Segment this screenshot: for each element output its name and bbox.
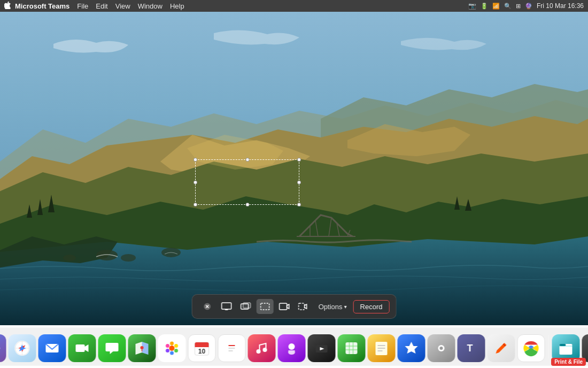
capture-screen-button[interactable] [218, 299, 235, 314]
apple-logo-icon[interactable] [4, 2, 11, 11]
dock-numbers[interactable] [338, 334, 366, 362]
handle-top-right[interactable] [297, 158, 301, 162]
svg-rect-13 [222, 303, 231, 309]
dock-maps[interactable] [128, 334, 156, 362]
control-center-icon[interactable]: ⊞ [516, 3, 521, 10]
search-icon[interactable]: 🔍 [504, 3, 512, 10]
battery-icon[interactable]: 🔋 [481, 3, 488, 10]
dock-mail[interactable] [38, 334, 66, 362]
menu-edit[interactable]: Edit [96, 2, 107, 10]
dock-system-prefs[interactable] [428, 334, 455, 362]
svg-rect-17 [243, 303, 251, 308]
dock-launchpad[interactable] [0, 334, 6, 362]
svg-rect-18 [261, 303, 269, 310]
svg-rect-48 [195, 346, 209, 347]
svg-point-42 [174, 349, 178, 352]
svg-point-9 [63, 255, 76, 261]
dock-teams[interactable]: T [458, 334, 485, 362]
menu-items: File Edit View Window Help [77, 2, 468, 10]
handle-bottom-left[interactable] [194, 203, 197, 206]
svg-point-45 [166, 344, 169, 348]
chevron-down-icon: ▾ [344, 304, 346, 310]
svg-text:T: T [467, 343, 473, 354]
dock-facetime[interactable] [68, 334, 96, 362]
svg-point-54 [257, 349, 261, 354]
dock: 🔵 10 [0, 327, 588, 366]
svg-point-38 [141, 346, 144, 349]
dock-podcasts[interactable] [278, 334, 306, 362]
capture-window-button[interactable] [237, 299, 254, 314]
record-button[interactable]: Record [353, 300, 389, 313]
svg-rect-20 [299, 303, 305, 310]
dock-separator [548, 335, 549, 358]
handle-bottom-middle[interactable] [245, 203, 249, 206]
menu-file[interactable]: File [77, 2, 88, 10]
dock-photos[interactable] [158, 334, 186, 362]
siri-icon[interactable]: 🔮 [525, 3, 532, 10]
dock-sketchbook[interactable] [488, 334, 515, 362]
options-button[interactable]: Options ▾ [314, 301, 351, 313]
handle-top-left[interactable] [194, 158, 197, 162]
print-icon[interactable]: Print & File [551, 358, 586, 366]
svg-text:10: 10 [198, 348, 206, 355]
handle-middle-left[interactable] [194, 180, 197, 184]
svg-point-55 [263, 348, 267, 352]
svg-point-40 [170, 342, 174, 346]
menu-view[interactable]: View [115, 2, 130, 10]
handle-top-middle[interactable] [245, 158, 249, 162]
svg-point-39 [169, 346, 175, 351]
close-capture-button[interactable] [199, 299, 216, 314]
svg-point-7 [121, 254, 136, 262]
svg-rect-75 [560, 344, 566, 346]
capture-selection-button[interactable] [257, 299, 274, 314]
dock-reminders[interactable] [218, 334, 246, 362]
svg-point-69 [440, 347, 443, 350]
svg-point-44 [166, 349, 169, 352]
svg-rect-34 [76, 344, 85, 352]
dock-messages[interactable] [98, 334, 126, 362]
datetime: Fri 10 Mar 16:36 [537, 2, 584, 10]
svg-point-41 [174, 344, 178, 348]
dock-calendar[interactable]: 10 [188, 334, 216, 362]
options-label: Options [319, 303, 343, 311]
dock-safari[interactable] [9, 334, 36, 362]
handle-middle-right[interactable] [297, 180, 301, 184]
dock-appstore[interactable] [398, 334, 425, 362]
svg-point-43 [170, 351, 174, 355]
svg-point-56 [289, 343, 295, 350]
svg-marker-35 [85, 344, 89, 352]
capture-toolbar: Options ▾ Record [192, 294, 397, 319]
dock-chrome[interactable] [517, 334, 545, 362]
record-label: Record [360, 303, 382, 311]
svg-rect-19 [280, 303, 287, 310]
menu-help[interactable]: Help [170, 2, 184, 10]
svg-point-6 [96, 250, 118, 260]
svg-rect-59 [346, 342, 358, 354]
dock-notes[interactable] [368, 334, 396, 362]
app-name: Microsoft Teams [15, 2, 69, 10]
menu-right: 📷 🔋 📶 🔍 ⊞ 🔮 Fri 10 Mar 16:36 [468, 2, 584, 10]
camera-icon[interactable]: 📷 [468, 2, 476, 10]
handle-bottom-right[interactable] [297, 203, 301, 206]
record-selection-button[interactable] [295, 299, 312, 314]
selection-rectangle[interactable] [195, 159, 299, 205]
menu-bar: Microsoft Teams File Edit View Window He… [0, 0, 588, 12]
menu-window[interactable]: Window [138, 2, 163, 10]
dock-music[interactable] [248, 334, 276, 362]
wifi-icon[interactable]: 📶 [492, 3, 500, 10]
dock-appletv[interactable] [308, 334, 336, 362]
record-screen-button[interactable] [276, 299, 293, 314]
